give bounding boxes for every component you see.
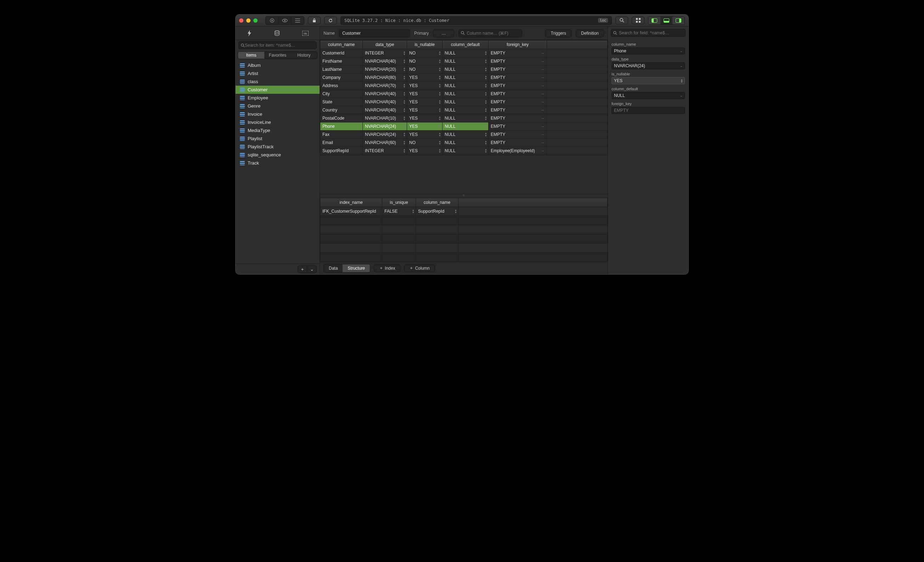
cell-fk[interactable]: EMPTY→ (489, 131, 547, 139)
cell-default[interactable]: NULL (442, 131, 489, 139)
insp-column-default-field[interactable]: NULL⌄ (612, 92, 685, 99)
cell-fk[interactable]: EMPTY→ (489, 123, 547, 131)
cell-name[interactable]: Country (320, 106, 363, 114)
cell-name[interactable]: SupportRepId (320, 147, 363, 155)
cell-fk[interactable]: EMPTY→ (489, 66, 547, 73)
search-button[interactable] (615, 16, 628, 24)
cell-fk[interactable]: EMPTY→ (489, 106, 547, 114)
cell-type[interactable]: NVARCHAR(20) (363, 66, 407, 73)
sidebar-search-input[interactable] (245, 43, 314, 48)
cell-default[interactable]: NULL (442, 82, 489, 90)
cell-fk[interactable]: EMPTY→ (489, 49, 547, 57)
cell-name[interactable]: Address (320, 82, 363, 90)
idx-header-column_name[interactable]: column_name (416, 198, 459, 207)
cell-name[interactable]: PostalCode (320, 114, 363, 123)
table-name-input[interactable] (339, 29, 410, 37)
table-row[interactable]: PhoneNVARCHAR(24)YESNULLEMPTY→ (320, 123, 608, 131)
cell-type[interactable]: NVARCHAR(70) (363, 82, 407, 90)
cell-type[interactable]: NVARCHAR(10) (363, 114, 407, 123)
table-row[interactable]: CompanyNVARCHAR(80)YESNULLEMPTY→ (320, 73, 608, 82)
cell-default[interactable]: NULL (442, 90, 489, 98)
sidebar-item-customer[interactable]: Customer (236, 86, 320, 94)
cell-fk[interactable]: EMPTY→ (489, 98, 547, 106)
cell-nullable[interactable]: YES (407, 131, 442, 139)
cell-nullable[interactable]: NO (407, 139, 442, 147)
primary-key-button[interactable]: … (433, 29, 454, 37)
breadcrumb-path[interactable]: SQLite 3.27.2 : Nice : nice.db : Custome… (340, 16, 612, 25)
table-row[interactable]: IFK_CustomerSupportRepIdFALSESupportRepI… (320, 207, 608, 216)
inspector-search[interactable] (611, 29, 686, 37)
idx-header-index_name[interactable]: index_name (320, 198, 382, 207)
stop-button[interactable] (266, 16, 279, 24)
sidebar-item-track[interactable]: Track (236, 159, 320, 167)
sql-icon[interactable]: SQL (302, 31, 309, 36)
cell-default[interactable]: NULL (442, 123, 489, 131)
col-header-is_nullable[interactable]: is_nullable (407, 40, 442, 49)
table-row[interactable]: CustomerIdINTEGERNONULLEMPTY→ (320, 49, 608, 57)
col-header-foreign_key[interactable]: foreign_key (489, 40, 547, 49)
add-dropdown-button[interactable]: ⌄ (307, 266, 316, 273)
cell-nullable[interactable]: YES (407, 106, 442, 114)
sidebar-item-employee[interactable]: Employee (236, 94, 320, 102)
cell-default[interactable]: NULL (442, 106, 489, 114)
cell-name[interactable]: Company (320, 73, 363, 82)
cell-default[interactable]: NULL (442, 66, 489, 73)
cell-type[interactable]: NVARCHAR(24) (363, 123, 407, 131)
table-row[interactable]: AddressNVARCHAR(70)YESNULLEMPTY→ (320, 82, 608, 90)
cell-type[interactable]: NVARCHAR(80) (363, 73, 407, 82)
minimize-window-button[interactable] (246, 18, 250, 22)
cell-type[interactable]: NVARCHAR(40) (363, 106, 407, 114)
cell-type[interactable]: NVARCHAR(60) (363, 139, 407, 147)
sidebar-item-playlisttrack[interactable]: PlaylistTrack (236, 143, 320, 151)
sidebar-item-genre[interactable]: Genre (236, 102, 320, 110)
bolt-icon[interactable] (247, 30, 252, 36)
cell-default[interactable]: NULL (442, 147, 489, 155)
triggers-button[interactable]: Triggers (545, 29, 572, 37)
table-row[interactable]: FirstNameNVARCHAR(40)NONULLEMPTY→ (320, 57, 608, 66)
add-button[interactable]: ＋ (298, 266, 307, 273)
cell-type[interactable]: INTEGER (363, 147, 407, 155)
reload-button[interactable] (324, 16, 337, 24)
structure-tab[interactable]: Structure (343, 265, 370, 272)
insp-column-name-field[interactable]: Phone⌄ (612, 48, 685, 54)
index-grid[interactable]: index_nameis_uniquecolumn_name IFK_Custo… (320, 198, 608, 262)
cell-fk[interactable]: EMPTY→ (489, 73, 547, 82)
lock-button[interactable] (308, 16, 321, 24)
cell-default[interactable]: NULL (442, 139, 489, 147)
cell-fk[interactable]: Employee(EmployeeId)→ (489, 147, 547, 155)
cell-fk[interactable]: EMPTY→ (489, 57, 547, 66)
cell-type[interactable]: NVARCHAR(40) (363, 57, 407, 66)
zoom-window-button[interactable] (254, 18, 258, 22)
cell-nullable[interactable]: YES (407, 114, 442, 123)
column-search-input[interactable] (466, 31, 520, 36)
cell-type[interactable]: INTEGER (363, 49, 407, 57)
table-row[interactable]: EmailNVARCHAR(60)NONULLEMPTY→ (320, 139, 608, 147)
cell-default[interactable]: NULL (442, 49, 489, 57)
idx-cell-column[interactable]: SupportRepId (416, 207, 459, 216)
cell-fk[interactable]: EMPTY→ (489, 139, 547, 147)
cell-type[interactable]: NVARCHAR(40) (363, 98, 407, 106)
sidebar-item-mediatype[interactable]: MediaType (236, 126, 320, 135)
idx-header-is_unique[interactable]: is_unique (382, 198, 416, 207)
cell-nullable[interactable]: YES (407, 82, 442, 90)
bottom-panel-toggle[interactable] (660, 16, 672, 24)
cell-name[interactable]: FirstName (320, 57, 363, 66)
cell-type[interactable]: NVARCHAR(40) (363, 90, 407, 98)
right-panel-toggle[interactable] (672, 16, 684, 24)
cell-nullable[interactable]: YES (407, 147, 442, 155)
inspector-search-input[interactable] (619, 30, 683, 35)
definition-button[interactable]: Definition (576, 29, 604, 37)
cell-nullable[interactable]: YES (407, 73, 442, 82)
add-index-button[interactable]: ＋ Index (374, 265, 400, 272)
data-tab[interactable]: Data (324, 265, 343, 272)
columns-grid[interactable]: column_namedata_typeis_nullablecolumn_de… (320, 40, 608, 194)
database-icon[interactable] (274, 30, 280, 36)
close-window-button[interactable] (239, 18, 243, 22)
cell-name[interactable]: State (320, 98, 363, 106)
left-panel-toggle[interactable] (648, 16, 660, 24)
add-column-button[interactable]: ＋ Column (404, 265, 435, 272)
cell-name[interactable]: Phone (320, 123, 363, 131)
column-search[interactable] (459, 29, 522, 37)
table-row[interactable]: CityNVARCHAR(40)YESNULLEMPTY→ (320, 90, 608, 98)
cell-default[interactable]: NULL (442, 57, 489, 66)
